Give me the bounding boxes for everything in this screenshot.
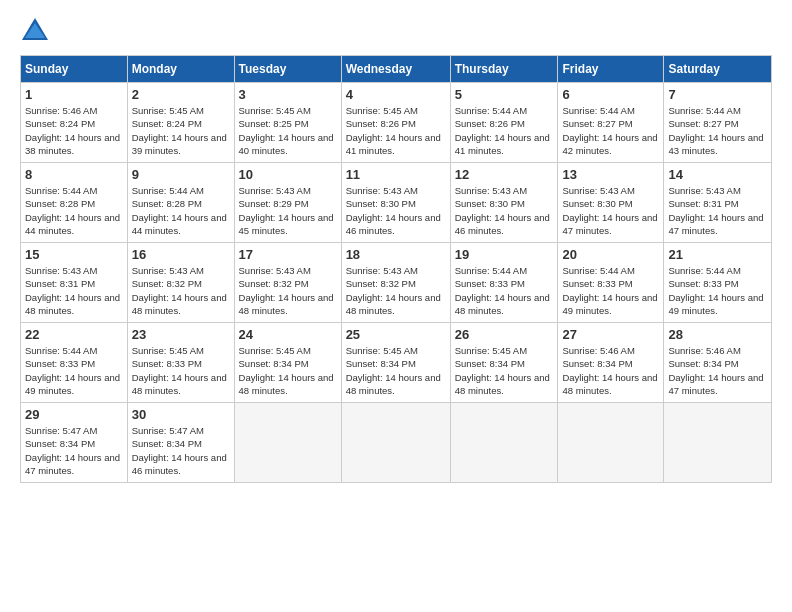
calendar-day-cell: 20 Sunrise: 5:44 AM Sunset: 8:33 PM Dayl… bbox=[558, 243, 664, 323]
calendar-day-cell: 4 Sunrise: 5:45 AM Sunset: 8:26 PM Dayli… bbox=[341, 83, 450, 163]
calendar-day-cell: 28 Sunrise: 5:46 AM Sunset: 8:34 PM Dayl… bbox=[664, 323, 772, 403]
day-info: Sunrise: 5:46 AM Sunset: 8:34 PM Dayligh… bbox=[562, 344, 659, 397]
calendar-day-cell: 24 Sunrise: 5:45 AM Sunset: 8:34 PM Dayl… bbox=[234, 323, 341, 403]
day-info: Sunrise: 5:43 AM Sunset: 8:29 PM Dayligh… bbox=[239, 184, 337, 237]
weekday-header: Friday bbox=[558, 56, 664, 83]
day-info: Sunrise: 5:44 AM Sunset: 8:33 PM Dayligh… bbox=[455, 264, 554, 317]
day-number: 8 bbox=[25, 167, 123, 182]
day-info: Sunrise: 5:44 AM Sunset: 8:28 PM Dayligh… bbox=[25, 184, 123, 237]
day-info: Sunrise: 5:45 AM Sunset: 8:26 PM Dayligh… bbox=[346, 104, 446, 157]
day-info: Sunrise: 5:45 AM Sunset: 8:25 PM Dayligh… bbox=[239, 104, 337, 157]
logo-icon bbox=[20, 15, 50, 45]
day-number: 23 bbox=[132, 327, 230, 342]
day-number: 2 bbox=[132, 87, 230, 102]
calendar-day-cell: 1 Sunrise: 5:46 AM Sunset: 8:24 PM Dayli… bbox=[21, 83, 128, 163]
day-info: Sunrise: 5:46 AM Sunset: 8:34 PM Dayligh… bbox=[668, 344, 767, 397]
calendar-day-cell: 14 Sunrise: 5:43 AM Sunset: 8:31 PM Dayl… bbox=[664, 163, 772, 243]
calendar-week-row: 29 Sunrise: 5:47 AM Sunset: 8:34 PM Dayl… bbox=[21, 403, 772, 483]
day-info: Sunrise: 5:45 AM Sunset: 8:33 PM Dayligh… bbox=[132, 344, 230, 397]
calendar-day-cell: 11 Sunrise: 5:43 AM Sunset: 8:30 PM Dayl… bbox=[341, 163, 450, 243]
calendar-day-cell: 22 Sunrise: 5:44 AM Sunset: 8:33 PM Dayl… bbox=[21, 323, 128, 403]
calendar-week-row: 22 Sunrise: 5:44 AM Sunset: 8:33 PM Dayl… bbox=[21, 323, 772, 403]
calendar-day-cell: 23 Sunrise: 5:45 AM Sunset: 8:33 PM Dayl… bbox=[127, 323, 234, 403]
day-info: Sunrise: 5:43 AM Sunset: 8:30 PM Dayligh… bbox=[562, 184, 659, 237]
weekday-header: Tuesday bbox=[234, 56, 341, 83]
day-info: Sunrise: 5:43 AM Sunset: 8:30 PM Dayligh… bbox=[455, 184, 554, 237]
calendar-day-cell: 7 Sunrise: 5:44 AM Sunset: 8:27 PM Dayli… bbox=[664, 83, 772, 163]
day-info: Sunrise: 5:45 AM Sunset: 8:34 PM Dayligh… bbox=[346, 344, 446, 397]
calendar-day-cell: 10 Sunrise: 5:43 AM Sunset: 8:29 PM Dayl… bbox=[234, 163, 341, 243]
day-number: 27 bbox=[562, 327, 659, 342]
calendar-day-cell: 12 Sunrise: 5:43 AM Sunset: 8:30 PM Dayl… bbox=[450, 163, 558, 243]
calendar-day-cell: 9 Sunrise: 5:44 AM Sunset: 8:28 PM Dayli… bbox=[127, 163, 234, 243]
day-number: 22 bbox=[25, 327, 123, 342]
calendar-day-cell: 15 Sunrise: 5:43 AM Sunset: 8:31 PM Dayl… bbox=[21, 243, 128, 323]
day-number: 13 bbox=[562, 167, 659, 182]
day-info: Sunrise: 5:44 AM Sunset: 8:28 PM Dayligh… bbox=[132, 184, 230, 237]
weekday-header: Wednesday bbox=[341, 56, 450, 83]
day-number: 30 bbox=[132, 407, 230, 422]
day-info: Sunrise: 5:43 AM Sunset: 8:31 PM Dayligh… bbox=[668, 184, 767, 237]
weekday-header: Sunday bbox=[21, 56, 128, 83]
day-number: 1 bbox=[25, 87, 123, 102]
day-number: 29 bbox=[25, 407, 123, 422]
day-info: Sunrise: 5:43 AM Sunset: 8:31 PM Dayligh… bbox=[25, 264, 123, 317]
calendar-day-cell: 8 Sunrise: 5:44 AM Sunset: 8:28 PM Dayli… bbox=[21, 163, 128, 243]
calendar-day-cell: 25 Sunrise: 5:45 AM Sunset: 8:34 PM Dayl… bbox=[341, 323, 450, 403]
calendar-day-cell: 29 Sunrise: 5:47 AM Sunset: 8:34 PM Dayl… bbox=[21, 403, 128, 483]
day-number: 21 bbox=[668, 247, 767, 262]
day-info: Sunrise: 5:44 AM Sunset: 8:27 PM Dayligh… bbox=[562, 104, 659, 157]
day-info: Sunrise: 5:47 AM Sunset: 8:34 PM Dayligh… bbox=[132, 424, 230, 477]
day-number: 24 bbox=[239, 327, 337, 342]
calendar-table: SundayMondayTuesdayWednesdayThursdayFrid… bbox=[20, 55, 772, 483]
day-info: Sunrise: 5:44 AM Sunset: 8:26 PM Dayligh… bbox=[455, 104, 554, 157]
calendar-day-cell: 3 Sunrise: 5:45 AM Sunset: 8:25 PM Dayli… bbox=[234, 83, 341, 163]
day-number: 18 bbox=[346, 247, 446, 262]
day-info: Sunrise: 5:45 AM Sunset: 8:24 PM Dayligh… bbox=[132, 104, 230, 157]
day-number: 20 bbox=[562, 247, 659, 262]
weekday-header-row: SundayMondayTuesdayWednesdayThursdayFrid… bbox=[21, 56, 772, 83]
calendar-week-row: 15 Sunrise: 5:43 AM Sunset: 8:31 PM Dayl… bbox=[21, 243, 772, 323]
day-number: 11 bbox=[346, 167, 446, 182]
calendar-day-cell bbox=[450, 403, 558, 483]
page: SundayMondayTuesdayWednesdayThursdayFrid… bbox=[0, 0, 792, 612]
day-number: 5 bbox=[455, 87, 554, 102]
day-number: 7 bbox=[668, 87, 767, 102]
calendar-day-cell: 2 Sunrise: 5:45 AM Sunset: 8:24 PM Dayli… bbox=[127, 83, 234, 163]
calendar-day-cell: 16 Sunrise: 5:43 AM Sunset: 8:32 PM Dayl… bbox=[127, 243, 234, 323]
day-info: Sunrise: 5:44 AM Sunset: 8:33 PM Dayligh… bbox=[668, 264, 767, 317]
day-number: 16 bbox=[132, 247, 230, 262]
logo bbox=[20, 15, 55, 45]
calendar-day-cell: 6 Sunrise: 5:44 AM Sunset: 8:27 PM Dayli… bbox=[558, 83, 664, 163]
day-number: 25 bbox=[346, 327, 446, 342]
header bbox=[20, 15, 772, 45]
day-info: Sunrise: 5:45 AM Sunset: 8:34 PM Dayligh… bbox=[455, 344, 554, 397]
day-number: 10 bbox=[239, 167, 337, 182]
calendar-day-cell: 26 Sunrise: 5:45 AM Sunset: 8:34 PM Dayl… bbox=[450, 323, 558, 403]
day-info: Sunrise: 5:44 AM Sunset: 8:33 PM Dayligh… bbox=[562, 264, 659, 317]
day-info: Sunrise: 5:45 AM Sunset: 8:34 PM Dayligh… bbox=[239, 344, 337, 397]
day-number: 26 bbox=[455, 327, 554, 342]
calendar-day-cell: 27 Sunrise: 5:46 AM Sunset: 8:34 PM Dayl… bbox=[558, 323, 664, 403]
day-info: Sunrise: 5:43 AM Sunset: 8:32 PM Dayligh… bbox=[239, 264, 337, 317]
calendar-day-cell bbox=[341, 403, 450, 483]
calendar-day-cell: 5 Sunrise: 5:44 AM Sunset: 8:26 PM Dayli… bbox=[450, 83, 558, 163]
day-number: 3 bbox=[239, 87, 337, 102]
weekday-header: Saturday bbox=[664, 56, 772, 83]
calendar-day-cell: 21 Sunrise: 5:44 AM Sunset: 8:33 PM Dayl… bbox=[664, 243, 772, 323]
calendar-day-cell bbox=[558, 403, 664, 483]
day-number: 28 bbox=[668, 327, 767, 342]
day-info: Sunrise: 5:44 AM Sunset: 8:33 PM Dayligh… bbox=[25, 344, 123, 397]
calendar-day-cell: 18 Sunrise: 5:43 AM Sunset: 8:32 PM Dayl… bbox=[341, 243, 450, 323]
calendar-day-cell: 19 Sunrise: 5:44 AM Sunset: 8:33 PM Dayl… bbox=[450, 243, 558, 323]
day-number: 12 bbox=[455, 167, 554, 182]
calendar-day-cell: 30 Sunrise: 5:47 AM Sunset: 8:34 PM Dayl… bbox=[127, 403, 234, 483]
day-info: Sunrise: 5:47 AM Sunset: 8:34 PM Dayligh… bbox=[25, 424, 123, 477]
day-info: Sunrise: 5:43 AM Sunset: 8:32 PM Dayligh… bbox=[346, 264, 446, 317]
weekday-header: Thursday bbox=[450, 56, 558, 83]
day-number: 4 bbox=[346, 87, 446, 102]
calendar-day-cell bbox=[664, 403, 772, 483]
day-info: Sunrise: 5:44 AM Sunset: 8:27 PM Dayligh… bbox=[668, 104, 767, 157]
day-info: Sunrise: 5:43 AM Sunset: 8:30 PM Dayligh… bbox=[346, 184, 446, 237]
weekday-header: Monday bbox=[127, 56, 234, 83]
